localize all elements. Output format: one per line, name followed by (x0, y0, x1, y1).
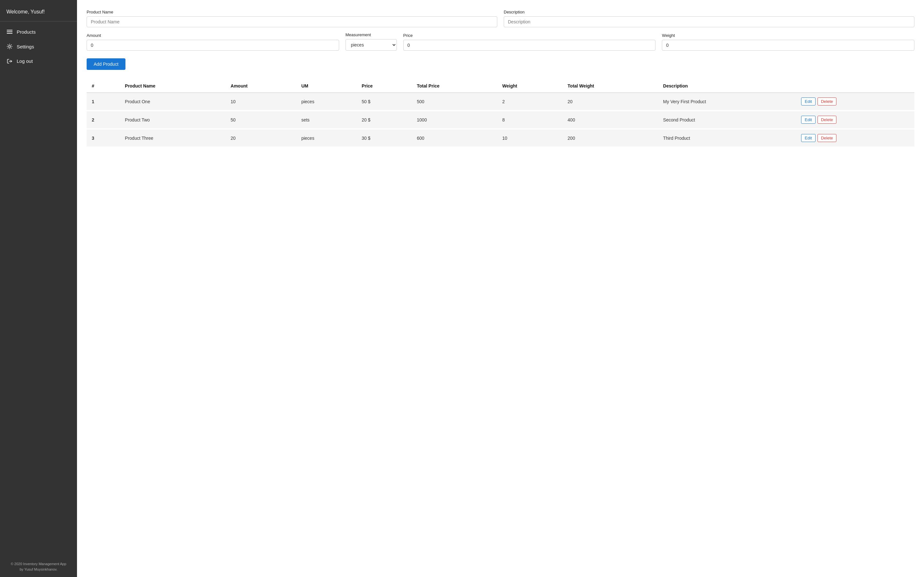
products-table-container: # Product Name Amount UM Price Total Pri… (87, 79, 914, 148)
amount-group: Amount (87, 33, 339, 51)
cell-um: pieces (296, 129, 357, 147)
cell-product-name: Product Two (120, 111, 226, 129)
table-row: 1 Product One 10 pieces 50 $ 500 2 20 My… (87, 93, 914, 111)
products-tbody: 1 Product One 10 pieces 50 $ 500 2 20 My… (87, 93, 914, 147)
edit-button[interactable]: Edit (801, 116, 815, 124)
col-header-total-weight: Total Weight (562, 79, 658, 93)
amount-label: Amount (87, 33, 339, 38)
cell-description: Third Product (658, 129, 796, 147)
description-input[interactable] (504, 16, 914, 27)
sidebar-item-logout-label: Log out (17, 58, 33, 64)
cell-actions: Edit Delete (796, 111, 914, 129)
cell-amount: 50 (226, 111, 296, 129)
delete-button[interactable]: Delete (817, 116, 837, 124)
product-name-group: Product Name (87, 10, 497, 27)
footer-line2: by Yusuf Muysinkhanov. (6, 567, 71, 572)
cell-price: 20 $ (357, 111, 412, 129)
svg-rect-1 (7, 31, 13, 32)
sidebar: Welcome, Yusuf! Products Settings (0, 0, 77, 577)
add-product-button[interactable]: Add Product (87, 58, 126, 70)
svg-rect-2 (7, 33, 13, 34)
edit-button[interactable]: Edit (801, 134, 815, 142)
price-group: Price (403, 33, 656, 51)
sidebar-item-settings[interactable]: Settings (0, 39, 77, 54)
cell-total-weight: 200 (562, 129, 658, 147)
col-header-um: UM (296, 79, 357, 93)
cell-amount: 10 (226, 93, 296, 111)
cell-description: Second Product (658, 111, 796, 129)
product-name-label: Product Name (87, 10, 497, 15)
edit-button[interactable]: Edit (801, 97, 815, 105)
table-header: # Product Name Amount UM Price Total Pri… (87, 79, 914, 93)
weight-label: Weight (662, 33, 914, 38)
form-row-2: Amount Measurement pieces sets kg liters… (87, 32, 914, 51)
measurement-select[interactable]: pieces sets kg liters (346, 39, 397, 51)
sidebar-item-products[interactable]: Products (0, 25, 77, 39)
col-header-amount: Amount (226, 79, 296, 93)
cell-id: 1 (87, 93, 120, 111)
cell-price: 50 $ (357, 93, 412, 111)
measurement-label: Measurement (346, 32, 397, 37)
measurement-group: Measurement pieces sets kg liters (346, 32, 397, 51)
col-header-id: # (87, 79, 120, 93)
cell-weight: 8 (497, 111, 563, 129)
description-group: Description (504, 10, 914, 27)
logout-icon (6, 59, 13, 64)
weight-input[interactable] (662, 40, 914, 51)
list-icon (6, 30, 13, 34)
cell-total-weight: 20 (562, 93, 658, 111)
cell-product-name: Product Three (120, 129, 226, 147)
sidebar-item-products-label: Products (17, 29, 36, 35)
cell-actions: Edit Delete (796, 129, 914, 147)
cell-weight: 10 (497, 129, 563, 147)
delete-button[interactable]: Delete (817, 134, 837, 142)
col-header-weight: Weight (497, 79, 563, 93)
products-table: # Product Name Amount UM Price Total Pri… (87, 79, 914, 148)
footer-line1: © 2020 Inventory Management App (6, 561, 71, 567)
col-header-price: Price (357, 79, 412, 93)
table-row: 2 Product Two 50 sets 20 $ 1000 8 400 Se… (87, 111, 914, 129)
description-label: Description (504, 10, 914, 15)
cell-weight: 2 (497, 93, 563, 111)
cell-total-price: 600 (412, 129, 497, 147)
delete-button[interactable]: Delete (817, 97, 837, 105)
svg-point-3 (9, 45, 11, 47)
cell-um: sets (296, 111, 357, 129)
sidebar-nav: Products Settings Log out (0, 21, 77, 556)
col-header-description: Description (658, 79, 796, 93)
sidebar-welcome: Welcome, Yusuf! (0, 0, 77, 21)
cell-price: 30 $ (357, 129, 412, 147)
sidebar-item-logout[interactable]: Log out (0, 54, 77, 68)
sidebar-item-settings-label: Settings (17, 44, 34, 49)
col-header-product-name: Product Name (120, 79, 226, 93)
amount-input[interactable] (87, 40, 339, 51)
svg-rect-0 (7, 30, 13, 31)
cell-id: 3 (87, 129, 120, 147)
cell-id: 2 (87, 111, 120, 129)
weight-group: Weight (662, 33, 914, 51)
gear-icon (6, 44, 13, 49)
cell-product-name: Product One (120, 93, 226, 111)
sidebar-footer: © 2020 Inventory Management App by Yusuf… (0, 556, 77, 577)
cell-description: My Very First Product (658, 93, 796, 111)
cell-total-weight: 400 (562, 111, 658, 129)
col-header-actions (796, 79, 914, 93)
cell-um: pieces (296, 93, 357, 111)
product-name-input[interactable] (87, 16, 497, 27)
main-content: Product Name Description Amount Measurem… (77, 0, 924, 577)
price-label: Price (403, 33, 656, 38)
price-input[interactable] (403, 40, 656, 51)
cell-total-price: 500 (412, 93, 497, 111)
cell-actions: Edit Delete (796, 93, 914, 111)
table-row: 3 Product Three 20 pieces 30 $ 600 10 20… (87, 129, 914, 147)
cell-amount: 20 (226, 129, 296, 147)
form-row-1: Product Name Description (87, 10, 914, 27)
cell-total-price: 1000 (412, 111, 497, 129)
col-header-total-price: Total Price (412, 79, 497, 93)
